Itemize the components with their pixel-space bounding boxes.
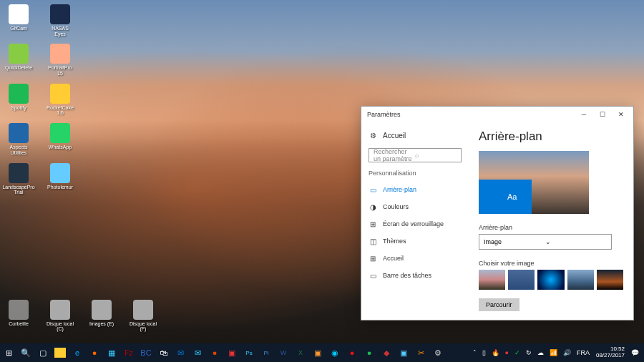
icon-label: QuickDelete <box>5 65 32 71</box>
filezilla-icon[interactable]: Fz <box>120 343 137 362</box>
icon-label: Photolemur <box>47 185 73 190</box>
minimize-button[interactable]: ─ <box>575 108 593 121</box>
images-e-icon <box>92 300 112 320</box>
image-thumbnails <box>479 270 623 290</box>
desktop-icon-nasa-eyes[interactable]: NASAS Eyes <box>46 4 74 36</box>
desktop-icon-gifcam[interactable]: GifCam <box>4 4 33 36</box>
tray-icon[interactable]: 🔥 <box>489 349 502 356</box>
nav-label: Thèmes <box>383 238 406 245</box>
nav-label: Barre des tâches <box>383 272 431 279</box>
excel-icon[interactable]: X <box>292 343 309 362</box>
photoshop-icon[interactable]: Ps <box>240 343 258 362</box>
word-icon[interactable]: W <box>275 343 292 362</box>
clock[interactable]: 10:52 08/27/2017 <box>593 346 628 359</box>
tray-icon[interactable]: ☁ <box>535 349 546 356</box>
edge-icon[interactable]: e <box>69 343 86 362</box>
tray-icon[interactable]: ↻ <box>524 349 534 356</box>
tray-icon[interactable]: ● <box>503 349 511 356</box>
nav-label: Arrière-plan <box>383 186 416 193</box>
app-icon-4[interactable]: ▣ <box>223 343 240 362</box>
app-icon-9[interactable]: ◆ <box>378 343 395 362</box>
store-icon[interactable]: 🛍 <box>155 343 172 362</box>
nav-item-background[interactable]: ▭ Arrière-plan <box>369 181 462 198</box>
nav-label: Écran de verrouillage <box>383 220 444 228</box>
search-button[interactable]: 🔍 <box>17 343 34 362</box>
app-icon-2[interactable]: BC <box>137 343 155 362</box>
spotify-taskbar-icon[interactable]: ● <box>361 343 378 362</box>
nav-item-lockscreen[interactable]: ⊞ Écran de verrouillage <box>369 215 462 233</box>
maximize-button[interactable]: ☐ <box>593 108 612 121</box>
app-icon-3[interactable]: ● <box>206 343 223 362</box>
search-input[interactable]: Rechercher un paramètre ⌕ <box>369 148 462 162</box>
taskview-button[interactable]: ▢ <box>34 343 52 362</box>
settings-content: Arrière-plan Aa Arrière-plan Image ⌄ Cho… <box>469 122 633 320</box>
whatsapp-icon <box>50 123 70 143</box>
thumb-1[interactable] <box>479 270 505 290</box>
app-icon-10[interactable]: ▣ <box>395 343 412 362</box>
explorer-icon[interactable] <box>54 348 66 358</box>
home-link[interactable]: ⚙ Accueil <box>369 128 462 142</box>
window-title: Paramètres <box>367 111 575 118</box>
language-indicator[interactable]: FRA <box>575 349 592 356</box>
thumb-3[interactable] <box>537 270 564 290</box>
desktop-icon-portraitpro[interactable]: PortraitPro 15 <box>46 44 74 76</box>
start-icon: ⊞ <box>369 254 377 263</box>
dropdown-value: Image <box>484 238 545 245</box>
nav-item-colors[interactable]: ◑ Couleurs <box>369 198 462 215</box>
desktop-wallpaper[interactable]: GifCam NASAS Eyes QuickDelete PortraitPr… <box>0 0 644 343</box>
mail-icon[interactable]: ✉ <box>189 343 206 362</box>
home-label: Accueil <box>383 132 406 140</box>
browse-button[interactable]: Parcourir <box>479 298 519 311</box>
desktop-icon-landscapepro[interactable]: LandscapePro Trial <box>4 163 33 195</box>
desktop-icon-images-e[interactable]: Images (E) <box>87 300 116 332</box>
desktop-icon-corbeille[interactable]: Corbeille <box>4 300 33 332</box>
desktop-icon-quickdelete[interactable]: QuickDelete <box>4 44 33 76</box>
app-icon-8[interactable]: ● <box>343 343 361 362</box>
tray-chevron-icon[interactable]: ˄ <box>471 349 479 356</box>
close-button[interactable]: ✕ <box>612 108 630 121</box>
desktop-icon-photolemur[interactable]: Photolemur <box>46 163 74 195</box>
nav-item-themes[interactable]: ◫ Thèmes <box>369 233 462 250</box>
background-dropdown[interactable]: Image ⌄ <box>479 234 612 250</box>
system-tray: ˄ ▯ 🔥 ● ✓ ↻ ☁ 📶 🔊 FRA 10:52 08/27/2017 💬 <box>471 343 644 362</box>
nav-label: Couleurs <box>383 203 409 210</box>
thumb-4[interactable] <box>567 270 594 290</box>
desktop-icon-rocketcake[interactable]: RocketCake 1.6 <box>46 84 74 116</box>
app-icon-11[interactable]: ✂ <box>412 343 429 362</box>
app-icon-5[interactable]: Pl <box>258 343 275 362</box>
gifcam-icon <box>9 4 29 24</box>
app-icon-7[interactable]: ◉ <box>326 343 343 362</box>
app-icon[interactable]: ▦ <box>103 343 120 362</box>
desktop-icon-whatsapp[interactable]: WhatsApp <box>46 123 74 155</box>
desktop-icons-top: GifCam NASAS Eyes QuickDelete PortraitPr… <box>4 4 74 202</box>
desktop-icon-aspectutilities[interactable]: Aspects Utilities <box>4 123 33 155</box>
titlebar[interactable]: Paramètres ─ ☐ ✕ <box>361 107 633 122</box>
tray-icon[interactable]: ▯ <box>480 349 488 356</box>
preview-text: Aa <box>507 192 517 201</box>
background-preview: Aa <box>479 151 589 214</box>
photolemur-icon <box>50 163 70 183</box>
icon-label: Disque local (C) <box>46 321 74 332</box>
settings-taskbar-icon[interactable]: ⚙ <box>429 343 447 362</box>
icon-label: WhatsApp <box>49 145 72 150</box>
app-icon-6[interactable]: ▣ <box>309 343 326 362</box>
notifications-icon[interactable]: 💬 <box>629 349 641 356</box>
tray-icon[interactable]: ✓ <box>512 349 522 356</box>
start-button[interactable]: ⊞ <box>0 343 17 362</box>
nav-item-start[interactable]: ⊞ Accueil <box>369 250 462 267</box>
nav-item-taskbar[interactable]: ▭ Barre des tâches <box>369 267 462 284</box>
icon-label: Images (E) <box>89 321 114 327</box>
firefox-icon[interactable]: ● <box>86 343 103 362</box>
desktop-icon-spotify[interactable]: Spotify <box>4 84 33 116</box>
thumb-2[interactable] <box>508 270 535 290</box>
icon-label: Spotify <box>11 105 26 111</box>
outlook-icon[interactable]: ✉ <box>172 343 189 362</box>
desktop-icon-disque-c[interactable]: Disque local (C) <box>46 300 74 332</box>
settings-sidebar: ⚙ Accueil Rechercher un paramètre ⌕ Pers… <box>361 122 469 320</box>
thumb-5[interactable] <box>597 270 623 290</box>
nav-label: Accueil <box>383 255 404 262</box>
aspectutilities-icon <box>9 123 29 143</box>
volume-icon[interactable]: 🔊 <box>561 349 573 356</box>
desktop-icon-disque-f[interactable]: Disque local (F) <box>129 300 157 332</box>
network-icon[interactable]: 📶 <box>547 349 560 356</box>
